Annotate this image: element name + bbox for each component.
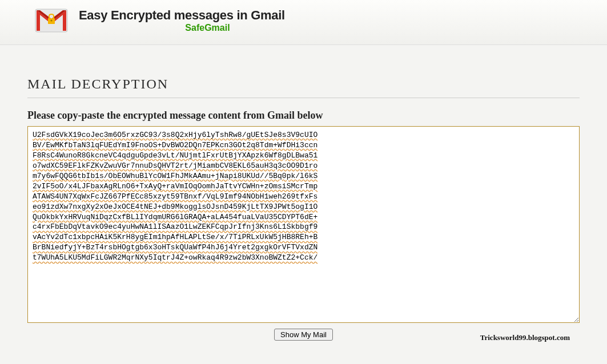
app-title: Easy Encrypted messages in Gmail: [79, 8, 285, 23]
section-title: MAIL DECRYPTION: [27, 76, 580, 98]
main-content: MAIL DECRYPTION Please copy-paste the en…: [0, 45, 607, 341]
section-divider: [27, 98, 580, 98]
header-text-block: Easy Encrypted messages in Gmail SafeGma…: [79, 8, 285, 33]
safegmail-logo-icon: [34, 7, 69, 34]
svg-point-2: [51, 20, 53, 22]
app-subtitle: SafeGmail: [130, 23, 285, 33]
show-my-mail-button[interactable]: Show My Mail: [274, 329, 333, 341]
button-row: Show My Mail: [27, 329, 580, 341]
encrypted-message-input[interactable]: [27, 126, 580, 323]
app-header: Easy Encrypted messages in Gmail SafeGma…: [0, 0, 607, 45]
instruction-label: Please copy-paste the encrypted message …: [27, 110, 580, 122]
